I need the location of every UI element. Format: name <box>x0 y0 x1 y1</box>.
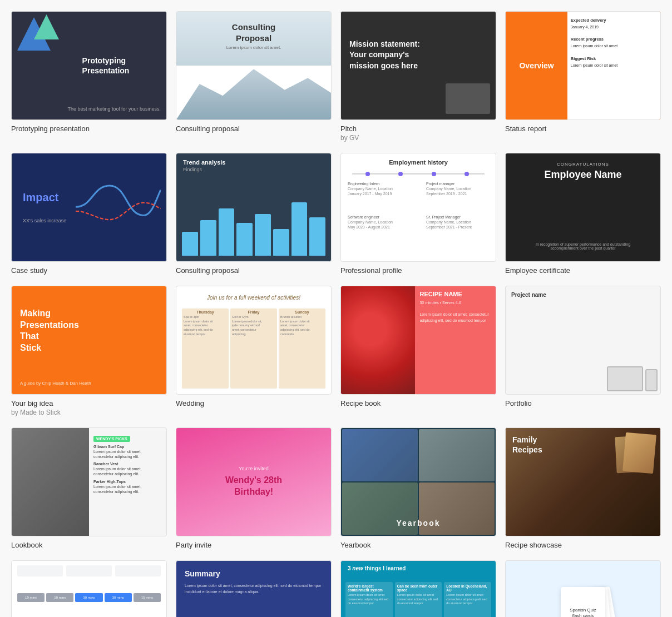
card-sublabel-pitch: by GV <box>340 134 496 142</box>
flashcard-main: Spanish Quizflash cards Rosalind Font <box>561 587 605 617</box>
cert-desc: In recognition of superior performance a… <box>513 242 653 250</box>
bigidea-text: MakingPresentationsThatStick <box>20 308 79 354</box>
recipe-detail: 30 minutes • Serves 4-6Lorem ipsum dolor… <box>419 300 491 324</box>
ft-columns: World's largest containment system Lorem… <box>345 582 491 617</box>
wedding-table: Thursday Spa at 3pmLorem ipsum dolor sit… <box>182 308 325 389</box>
job4: Sr. Project ManagerCompany Name, Locatio… <box>426 215 472 230</box>
case-wave <box>76 162 161 253</box>
card-label-bigidea: Your big idea <box>11 399 167 407</box>
summary-title: Summary <box>185 569 220 578</box>
card-status[interactable]: Overview Expected deliveryJanuary 4, 201… <box>505 11 661 142</box>
thumbnail-lookbook: WENDY'S PICKS Gibson Surf CapLorem ipsum… <box>11 427 167 536</box>
bigidea-author: A guide by Chip Heath & Dan Heath <box>20 381 91 386</box>
trend-title: Trend analysisFindings <box>183 159 225 172</box>
emp-timeline <box>352 173 485 175</box>
card-label-party: Party invite <box>176 541 332 549</box>
step-3: 30 mins <box>75 593 102 602</box>
card-case-study[interactable]: Impact XX's sales increase Case study <box>11 153 167 275</box>
thumbnail-party: You're invited Wendy's 28thBirthday! <box>176 427 332 536</box>
card-trend[interactable]: Trend analysisFindings Consulting propos… <box>176 153 332 275</box>
ft-col1: World's largest containment system Lorem… <box>345 582 393 617</box>
card-label-lookbook: Lookbook <box>11 541 167 549</box>
card-prototyping[interactable]: PrototypingPresentation The best marketi… <box>11 11 167 142</box>
lookbook-item3: Parker High-TopsLorem ipsum dolor sit am… <box>93 479 162 494</box>
portfolio-devices <box>607 366 658 391</box>
ft-title: 3 new things I learned <box>348 565 406 571</box>
consulting-heading: ConsultingProposal <box>232 22 275 43</box>
card-bigidea[interactable]: MakingPresentationsThatStick A guide by … <box>11 286 167 416</box>
card-yearbook[interactable]: Yearbook Yearbook <box>340 427 496 549</box>
lesson-top <box>17 565 161 576</box>
flashcard-title: Spanish Quizflash cards <box>566 604 600 617</box>
card-label-cert: Employee certificate <box>505 266 661 275</box>
job3: Software engineerCompany Name, LocationM… <box>348 215 393 230</box>
thumbnail-recipe-showcase: FamilyRecipes <box>505 427 661 536</box>
card-consulting-1[interactable]: ConsultingProposal Lorem ipsum dolor sit… <box>176 11 332 142</box>
case-impact: Impact <box>23 191 58 204</box>
card-recipe-book[interactable]: RECIPE NAME 30 minutes • Serves 4-6Lorem… <box>340 286 496 416</box>
card-employment[interactable]: Employment history Engineering InternCom… <box>340 153 496 275</box>
step-2: 10 mins <box>46 593 73 602</box>
card-portfolio[interactable]: Project name Portfolio <box>505 286 661 416</box>
ft-col2: Can be seen from outer space Lorem ipsum… <box>395 582 442 617</box>
card-label-recipe-showcase: Recipe showcase <box>505 541 661 549</box>
thumbnail-trend: Trend analysisFindings <box>176 153 332 262</box>
yearbook-cell-1 <box>342 429 418 481</box>
thumbnail-pitch: Mission statement:Your company'smission … <box>340 11 496 120</box>
card-lookbook[interactable]: WENDY'S PICKS Gibson Surf CapLorem ipsum… <box>11 427 167 549</box>
step-4: 30 mins <box>105 593 132 602</box>
card-recipe-showcase[interactable]: FamilyRecipes Recipe showcase <box>505 427 661 549</box>
card-label-employment: Professional profile <box>340 266 496 275</box>
wedding-title: Join us for a full weekend of activities… <box>207 295 300 301</box>
card-label-yearbook: Yearbook <box>340 541 496 549</box>
recipe-photo-1 <box>622 432 656 474</box>
thumbnail-portfolio: Project name <box>505 286 661 395</box>
yearbook-label: Yearbook <box>396 519 440 528</box>
proto-subtext: The best marketing tool for your busines… <box>67 106 161 112</box>
card-field-trip[interactable]: 3 new things I learned World's largest c… <box>340 560 496 617</box>
thumbnail-case: Impact XX's sales increase <box>11 153 167 262</box>
card-pitch[interactable]: Mission statement:Your company'smission … <box>340 11 496 142</box>
card-employee-cert[interactable]: Congratulations Employee Name In recogni… <box>505 153 661 275</box>
recipe-showcase-title: FamilyRecipes <box>512 435 542 455</box>
emp-title: Employment history <box>389 159 448 166</box>
cert-name: Employee Name <box>544 169 621 181</box>
summary-text: Lorem ipsum dolor sit amet, consectetur … <box>185 583 323 595</box>
lookbook-item2: Rancher VestLorem ipsum dolor sit amet, … <box>93 461 162 476</box>
lookbook-item1: Gibson Surf CapLorem ipsum dolor sit ame… <box>93 444 162 459</box>
portfolio-title: Project name <box>511 292 546 298</box>
party-top: You're invited <box>239 466 268 471</box>
thumbnail-field-trip: 3 new things I learned World's largest c… <box>340 560 496 617</box>
phone-icon <box>645 369 658 391</box>
thumbnail-status: Overview Expected deliveryJanuary 4, 201… <box>505 11 661 120</box>
thumbnail-bigidea: MakingPresentationsThatStick A guide by … <box>11 286 167 395</box>
lesson-timeline: 10 mins 10 mins 30 mins 30 mins 15 mins <box>17 593 161 602</box>
card-label-wedding: Wedding <box>176 399 332 407</box>
thumbnail-lesson: 10 mins 10 mins 30 mins 30 mins 15 mins <box>11 560 167 617</box>
pitch-text: Mission statement:Your company'smission … <box>349 39 420 72</box>
thumbnail-employee-cert: Congratulations Employee Name In recogni… <box>505 153 661 262</box>
yearbook-cell-2 <box>419 429 495 481</box>
cert-congratulations: Congratulations <box>557 162 609 167</box>
thumbnail-book-report: Summary Lorem ipsum dolor sit amet, cons… <box>176 560 332 617</box>
job1: Engineering InternCompany Name, Location… <box>348 181 393 196</box>
status-overview: Overview <box>519 61 554 70</box>
thumbnail-consulting-1: ConsultingProposal Lorem ipsum dolor sit… <box>176 11 332 120</box>
thumbnail-recipe-book: RECIPE NAME 30 minutes • Serves 4-6Lorem… <box>340 286 496 395</box>
card-label-trend: Consulting proposal <box>176 266 332 275</box>
card-flash-cards[interactable]: Spanish Quizflash cards Rosalind Font Fl… <box>505 560 661 617</box>
card-label-recipe-book: Recipe book <box>340 399 496 407</box>
card-label-pitch: Pitch <box>340 125 496 133</box>
laptop-icon <box>607 366 643 391</box>
pitch-laptop <box>446 83 490 114</box>
step-1: 10 mins <box>17 593 45 602</box>
card-label-status: Status report <box>505 125 661 133</box>
card-wedding[interactable]: Join us for a full weekend of activities… <box>176 286 332 416</box>
card-lesson[interactable]: 10 mins 10 mins 30 mins 30 mins 15 mins … <box>11 560 167 617</box>
card-book-report[interactable]: Summary Lorem ipsum dolor sit amet, cons… <box>176 560 332 617</box>
card-party[interactable]: You're invited Wendy's 28thBirthday! Par… <box>176 427 332 549</box>
card-label-portfolio: Portfolio <box>505 399 661 407</box>
thumbnail-employment: Employment history Engineering InternCom… <box>340 153 496 262</box>
party-main: Wendy's 28thBirthday! <box>225 475 282 498</box>
thumbnail-wedding: Join us for a full weekend of activities… <box>176 286 332 395</box>
